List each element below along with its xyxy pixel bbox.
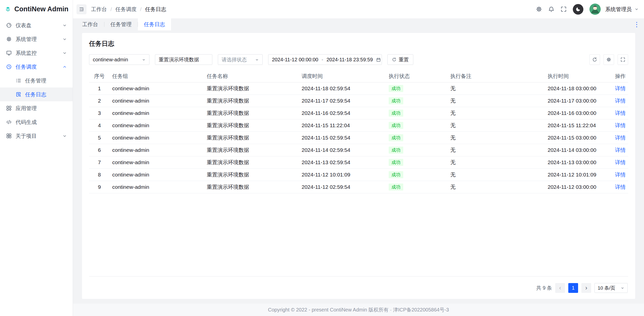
detail-link[interactable]: 详情 xyxy=(615,159,626,165)
detail-link[interactable]: 详情 xyxy=(615,184,626,190)
main-area: 工作台 / 任务调度 / 任务日志 系统管理员 xyxy=(73,0,644,316)
detail-link[interactable]: 详情 xyxy=(615,85,626,91)
cell-schedule-time: 2024-11-15 11:22:04 xyxy=(299,119,386,131)
breadcrumb: 工作台 / 任务调度 / 任务日志 xyxy=(91,6,166,13)
settings-gear-icon[interactable] xyxy=(536,6,542,12)
page-title: 任务日志 xyxy=(89,39,628,48)
sidebar-item-label: 任务管理 xyxy=(25,77,67,84)
status-select[interactable]: 请选择状态 xyxy=(218,54,263,65)
detail-link[interactable]: 详情 xyxy=(615,110,626,116)
cell-name: 重置演示环境数据 xyxy=(204,95,299,107)
sidebar-item-dashboard[interactable]: 仪表盘 xyxy=(0,18,73,32)
sidebar-item-label: 系统管理 xyxy=(16,36,59,43)
cell-note: 无 xyxy=(448,168,545,181)
cell-status: 成功 xyxy=(386,156,448,168)
cell-exec-time: 2024-11-15 11:22:04 xyxy=(545,119,603,131)
sidebar-item-app-management[interactable]: 应用管理 xyxy=(0,101,73,115)
chevron-up-icon xyxy=(63,65,67,69)
sidebar-item-label: 应用管理 xyxy=(16,105,67,112)
reset-button[interactable]: 重置 xyxy=(387,54,413,65)
cell-status: 成功 xyxy=(386,95,448,107)
date-range-picker[interactable]: 2024-11-12 00:00:00 - 2024-11-18 23:59:5… xyxy=(268,54,382,65)
tab-workbench[interactable]: 工作台 xyxy=(76,18,104,30)
cell-group: continew-admin xyxy=(110,131,204,144)
sidebar-item-label: 系统监控 xyxy=(16,50,59,57)
detail-link[interactable]: 详情 xyxy=(615,122,626,128)
logo[interactable]: ContiNew Admin xyxy=(0,0,73,18)
table-row: 3 continew-admin 重置演示环境数据 2024-11-16 02:… xyxy=(89,107,628,119)
task-group-select[interactable]: continew-admin xyxy=(89,54,149,65)
detail-link[interactable]: 详情 xyxy=(615,147,626,153)
logo-icon xyxy=(5,6,11,12)
breadcrumb-item-task-log: 任务日志 xyxy=(145,6,166,13)
status-badge: 成功 xyxy=(389,171,403,178)
gear-icon xyxy=(6,36,12,42)
cell-group: continew-admin xyxy=(110,107,204,119)
sidebar-item-label: 任务调度 xyxy=(16,63,59,70)
breadcrumb-item-workbench[interactable]: 工作台 xyxy=(91,6,107,13)
chevron-down-icon xyxy=(63,51,67,55)
tab-task-log[interactable]: 任务日志 xyxy=(138,18,171,30)
status-badge: 成功 xyxy=(389,97,403,104)
topbar-left: 工作台 / 任务调度 / 任务日志 xyxy=(76,4,166,14)
menu-collapse-button[interactable] xyxy=(76,4,87,14)
cell-status: 成功 xyxy=(386,181,448,193)
table-header-row: 序号 任务组 任务名称 调度时间 执行状态 执行备注 执行时间 操作 xyxy=(89,70,628,82)
date-range-separator: - xyxy=(321,57,323,63)
cell-action: 详情 xyxy=(603,144,628,156)
dark-mode-toggle[interactable] xyxy=(573,4,583,15)
cell-index: 3 xyxy=(89,107,110,119)
column-settings-gear-icon xyxy=(606,57,611,62)
column-header-schedule-time: 调度时间 xyxy=(299,70,386,82)
notification-bell-icon[interactable] xyxy=(548,6,554,12)
chevron-down-icon xyxy=(255,58,259,62)
table-row: 4 continew-admin 重置演示环境数据 2024-11-15 11:… xyxy=(89,119,628,131)
cell-action: 详情 xyxy=(603,181,628,193)
footer: Copyright © 2022 - present ContiNew Admi… xyxy=(73,304,644,316)
cell-exec-time: 2024-11-16 03:00:00 xyxy=(545,107,603,119)
sidebar-item-system-management[interactable]: 系统管理 xyxy=(0,32,73,46)
topbar-right: 系统管理员 xyxy=(536,4,638,15)
breadcrumb-item-task-scheduling[interactable]: 任务调度 xyxy=(115,6,137,13)
fullscreen-icon[interactable] xyxy=(560,6,567,12)
prev-page-button[interactable]: ‹ xyxy=(555,283,565,293)
column-settings-button[interactable] xyxy=(603,54,614,65)
user-name[interactable]: 系统管理员 xyxy=(605,6,632,13)
sidebar-item-code-generation[interactable]: 代码生成 xyxy=(0,115,73,129)
cell-index: 2 xyxy=(89,95,110,107)
table-fullscreen-button[interactable] xyxy=(618,54,628,65)
cell-name: 重置演示环境数据 xyxy=(204,181,299,193)
cell-index: 7 xyxy=(89,156,110,168)
sidebar-item-task-management[interactable]: 任务管理 xyxy=(0,74,73,87)
status-badge: 成功 xyxy=(389,134,403,141)
page-number-button[interactable]: 1 xyxy=(568,283,578,293)
page-size-select[interactable]: 10 条/页 xyxy=(594,283,628,293)
avatar[interactable] xyxy=(589,4,601,15)
detail-link[interactable]: 详情 xyxy=(615,135,626,141)
refresh-button[interactable] xyxy=(589,54,600,65)
status-badge: 成功 xyxy=(389,147,403,154)
cell-status: 成功 xyxy=(386,144,448,156)
cell-action: 详情 xyxy=(603,131,628,144)
cell-action: 详情 xyxy=(603,82,628,95)
sidebar: ContiNew Admin 仪表盘 系统管理 系统监控 任务调度 xyxy=(0,0,73,316)
cell-index: 9 xyxy=(89,181,110,193)
cell-index: 4 xyxy=(89,119,110,131)
sidebar-item-task-log[interactable]: 任务日志 xyxy=(0,87,73,101)
tab-task-management[interactable]: 任务管理 xyxy=(104,18,138,30)
column-header-exec-time: 执行时间 xyxy=(545,70,603,82)
tabs-more-icon[interactable]: ⋮ xyxy=(633,21,640,28)
cell-index: 5 xyxy=(89,131,110,144)
next-page-button[interactable]: › xyxy=(581,283,591,293)
sidebar-item-task-scheduling[interactable]: 任务调度 xyxy=(0,60,73,74)
cell-group: continew-admin xyxy=(110,156,204,168)
task-name-input[interactable] xyxy=(155,54,212,65)
date-range-end: 2024-11-18 23:59:59 xyxy=(327,57,373,63)
sidebar-item-system-monitor[interactable]: 系统监控 xyxy=(0,46,73,60)
cell-name: 重置演示环境数据 xyxy=(204,82,299,95)
detail-link[interactable]: 详情 xyxy=(615,172,626,177)
table-row: 9 continew-admin 重置演示环境数据 2024-11-12 02:… xyxy=(89,181,628,193)
page-size-value: 10 条/页 xyxy=(598,285,615,291)
detail-link[interactable]: 详情 xyxy=(615,98,626,104)
sidebar-item-about-project[interactable]: 关于项目 xyxy=(0,129,73,143)
